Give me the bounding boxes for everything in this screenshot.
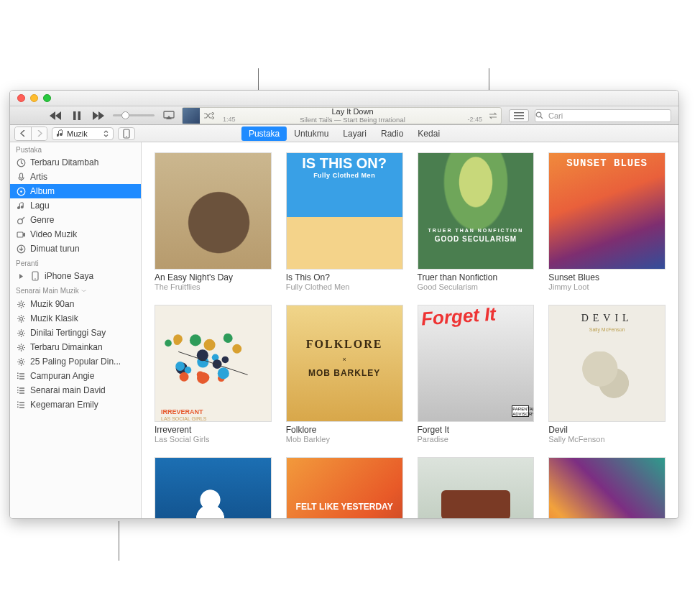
album-icon [16, 186, 26, 196]
album-artist: Las Social Girls [155, 435, 272, 444]
album-card[interactable]: HOLIDAY STANDARDS [155, 457, 272, 519]
svg-point-37 [204, 339, 216, 351]
search-icon [535, 111, 548, 119]
sidebar-item-label: Album [30, 186, 55, 196]
sidebar-item[interactable]: Dinilai Tertinggi Say [10, 326, 141, 340]
album-card[interactable]: TRUER THAN NONFICTIONGOOD SECULARISM Tru… [418, 152, 535, 292]
forward-button[interactable] [31, 127, 47, 140]
album-card[interactable]: FELT LIKE YESTERDAYscalawag slate [286, 457, 403, 519]
repeat-button[interactable] [488, 112, 501, 119]
airplay-button[interactable] [163, 111, 175, 120]
gear-icon [16, 357, 26, 367]
album-card[interactable]: IRREVERANTLAS SOCIAL GIRLS Irreverent La… [155, 305, 272, 444]
tab-radio[interactable]: Radio [374, 127, 410, 141]
sidebar-item[interactable]: Muzik 90an [10, 297, 141, 311]
now-playing-title: Lay It Down [217, 108, 488, 116]
sidebar-item[interactable]: Kegemaran Emily [10, 397, 141, 412]
sidebar-item[interactable]: 25 Paling Popular Din... [10, 354, 141, 369]
clock-icon [16, 157, 26, 167]
phone-icon [30, 271, 40, 281]
search-input[interactable]: Cari [535, 109, 671, 122]
download-icon [16, 244, 26, 254]
elapsed-time: 1:45 [223, 116, 236, 123]
svg-rect-0 [73, 111, 76, 120]
media-picker[interactable]: Muzik [52, 127, 114, 140]
album-card[interactable]: SUNSET BLUES Sunset Blues Jimmy Loot [548, 152, 666, 292]
section-tabs: Pustaka Untukmu Layari Radio Kedai [241, 127, 447, 141]
mic-icon [16, 172, 26, 182]
tab-pustaka[interactable]: Pustaka [241, 127, 287, 141]
sidebar-item-label: Muzik 90an [30, 299, 74, 309]
album-card[interactable]: IS THIS ON?Fully Clothed Men Is This On?… [286, 152, 403, 292]
back-button[interactable] [15, 127, 31, 140]
album-title: Truer than Nonfiction [418, 272, 535, 282]
tab-layari[interactable]: Layari [336, 127, 374, 141]
album-card[interactable] [548, 457, 666, 519]
now-playing-lcd[interactable]: Lay It Down Silent Tails — Start Being I… [182, 107, 502, 124]
tab-kedai[interactable]: Kedai [410, 127, 447, 141]
now-playing-artwork [183, 108, 200, 124]
svg-point-39 [180, 372, 189, 382]
album-artist: Mob Barkley [286, 435, 403, 444]
tab-untukmu[interactable]: Untukmu [287, 127, 336, 141]
svg-rect-10 [19, 173, 22, 178]
album-card[interactable]: DEVILSally McFenson Devil Sally McFenson [548, 305, 666, 444]
sidebar-item[interactable]: Terbaru Ditambah [10, 155, 141, 170]
sidebar-item[interactable]: Dimuat turun [10, 242, 141, 256]
album-artist: Good Secularism [418, 282, 535, 292]
sidebar-item-label: 25 Paling Popular Din... [30, 357, 121, 367]
svg-point-42 [232, 344, 241, 354]
album-card[interactable]: FOLKLORE×MOB BARKLEY Folklore Mob Barkle… [286, 305, 403, 444]
device-button[interactable] [118, 127, 135, 140]
svg-point-19 [19, 317, 22, 320]
svg-point-22 [19, 360, 22, 363]
sidebar-item[interactable]: Senarai main David [10, 383, 141, 397]
zoom-window-button[interactable] [43, 94, 51, 102]
sidebar-item[interactable]: Video Muzik [10, 227, 141, 242]
album-card[interactable]: the fruitfliesan easy night's day An Eas… [155, 152, 272, 292]
album-artist: The Fruitflies [155, 282, 272, 292]
close-window-button[interactable] [17, 94, 25, 102]
album-grid-scroll[interactable]: the fruitfliesan easy night's day An Eas… [142, 142, 678, 518]
album-artist: Sally McFenson [548, 435, 666, 444]
play-pause-button[interactable] [71, 111, 83, 121]
previous-button[interactable] [50, 111, 61, 121]
svg-point-33 [175, 362, 185, 371]
chevron-updown-icon [103, 130, 109, 137]
gear-icon [16, 313, 26, 323]
sidebar-item-label: Terbaru Ditambah [30, 157, 98, 167]
sidebar-item[interactable]: Muzik Klasik [10, 311, 141, 326]
album-card[interactable] [418, 457, 535, 519]
media-picker-label: Muzik [67, 129, 88, 138]
sidebar-item[interactable]: Lagu [10, 198, 141, 213]
minimize-window-button[interactable] [30, 94, 38, 102]
next-button[interactable] [93, 111, 104, 121]
svg-point-43 [218, 367, 229, 379]
sidebar-item[interactable]: Terbaru Dimainkan [10, 340, 141, 354]
list-icon [16, 385, 26, 395]
search-placeholder: Cari [548, 111, 563, 120]
disclosure-triangle-icon[interactable] [16, 271, 26, 281]
sidebar-item[interactable]: Genre [10, 213, 141, 227]
gear-icon [16, 328, 26, 338]
music-icon [57, 129, 64, 137]
svg-point-12 [20, 190, 22, 193]
chevron-down-icon[interactable]: ﹀ [81, 288, 87, 295]
svg-point-35 [222, 356, 229, 363]
album-title: Devil [548, 425, 666, 435]
sidebar-item[interactable]: Artis [10, 170, 141, 184]
svg-point-17 [34, 278, 36, 280]
up-next-button[interactable] [509, 109, 529, 122]
volume-slider[interactable] [113, 114, 155, 116]
now-playing-subtitle: Silent Tails — Start Being Irrational [217, 116, 488, 124]
sidebar-item[interactable]: Album [10, 184, 141, 198]
sidebar-item-label: Kegemaran Emily [30, 400, 98, 410]
album-title: Sunset Blues [548, 272, 666, 282]
sidebar-item[interactable]: iPhone Saya [10, 269, 141, 283]
album-title: Folklore [286, 425, 403, 435]
svg-point-31 [190, 334, 201, 346]
album-card[interactable]: Forget ItPARENTAL ADVISORY Forget It Par… [418, 305, 535, 444]
sidebar-item[interactable]: Campuran Angie [10, 369, 141, 383]
list-icon [16, 371, 26, 381]
shuffle-button[interactable] [204, 112, 217, 119]
